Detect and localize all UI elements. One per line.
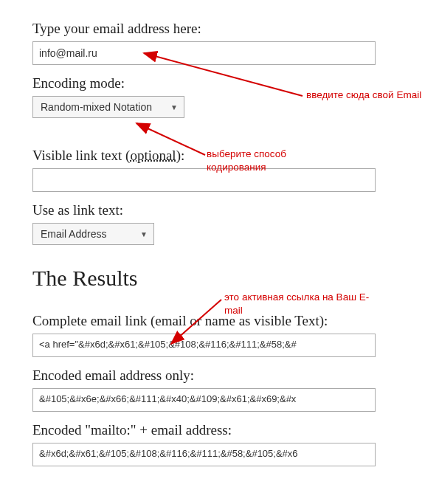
encoded-mailto-output[interactable]: &#x6d;&#x61;&#105;&#108;&#116;&#111;&#58… — [32, 443, 376, 466]
email-label: Type your email address here: — [32, 21, 407, 37]
encoding-select[interactable]: Random-mixed Notation ▼ — [32, 96, 184, 118]
encoder-form: Type your email address here: Encoding m… — [0, 0, 439, 491]
results-heading: The Results — [32, 266, 407, 291]
email-input[interactable] — [32, 41, 376, 65]
annotation-email: введите сюда свой Email — [306, 89, 424, 102]
chevron-down-icon: ▼ — [170, 103, 178, 111]
encoded-mailto-label: Encoded "mailto:" + email address: — [32, 422, 407, 438]
useas-select-value: Email Address — [41, 228, 106, 240]
annotation-result: это активная ссылка на Ваш E-mail — [224, 291, 372, 317]
encoded-address-label: Encoded email address only: — [32, 367, 407, 384]
complete-link-output[interactable]: <a href="&#x6d;&#x61;&#105;&#108;&#116;&… — [32, 334, 376, 357]
annotation-encoding: выберите способ кодирования — [207, 148, 317, 174]
useas-label: Use as link text: — [32, 202, 407, 218]
useas-select[interactable]: Email Address ▼ — [32, 223, 154, 245]
encoded-address-output[interactable]: &#105;&#x6e;&#x66;&#111;&#x40;&#109;&#x6… — [32, 388, 376, 412]
visible-text-input[interactable] — [32, 168, 376, 192]
encoding-select-value: Random-mixed Notation — [41, 101, 152, 113]
chevron-down-icon: ▼ — [140, 230, 148, 238]
